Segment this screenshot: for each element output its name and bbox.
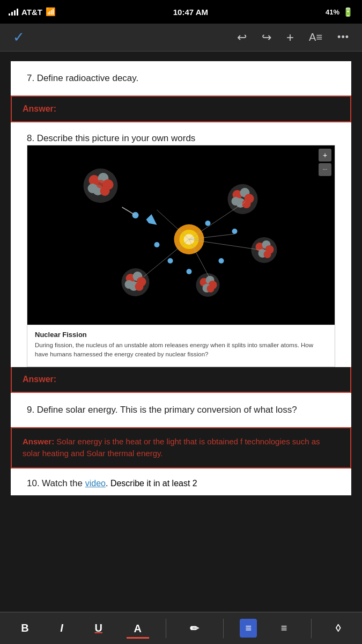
toolbar-divider-1 xyxy=(166,619,166,638)
answer-box-7[interactable]: Answer: xyxy=(11,96,351,122)
svg-point-41 xyxy=(154,242,160,247)
bar4 xyxy=(17,9,18,16)
underline-button[interactable]: U xyxy=(87,618,110,639)
svg-point-8 xyxy=(97,180,105,188)
answer-9-content: Solar energy is the heat or the light th… xyxy=(23,437,320,458)
undo-icon[interactable]: ↩ xyxy=(237,31,247,45)
q7-number: 7. xyxy=(27,73,34,83)
svg-point-7 xyxy=(88,184,98,193)
content-area: 7. Define radioactive decay. Answer: 8. … xyxy=(0,52,362,612)
toolbar-divider-3 xyxy=(311,619,312,638)
svg-point-39 xyxy=(135,282,144,291)
redo-icon[interactable]: ↪ xyxy=(262,31,271,45)
answer-9-filled[interactable]: Answer: Solar energy is the heat or the … xyxy=(11,427,351,469)
q10-text: Watch the xyxy=(42,478,85,488)
svg-point-40 xyxy=(125,280,134,289)
q10-number: 10. xyxy=(27,478,40,488)
eraser-button[interactable]: ◊ xyxy=(328,618,349,639)
svg-point-44 xyxy=(219,258,224,264)
check-icon[interactable]: ✓ xyxy=(13,29,25,46)
question-8-block: 8. Describe this picture in your own wor… xyxy=(11,122,351,145)
image-more-btn[interactable]: ··· xyxy=(319,163,331,176)
answer-8-label: Answer: xyxy=(23,375,56,384)
time-display: 10:47 AM xyxy=(173,8,208,17)
caption-title: Nuclear Fission xyxy=(35,331,327,339)
italic-button[interactable]: I xyxy=(53,618,71,639)
image-add-btn[interactable]: + xyxy=(319,149,331,162)
toolbar-left: ✓ xyxy=(13,29,25,46)
pencil-button[interactable]: ✏ xyxy=(182,618,206,639)
video-link[interactable]: video xyxy=(85,479,106,488)
list-button-2[interactable]: ≡ xyxy=(274,618,295,639)
signal-bars xyxy=(9,8,18,16)
battery-icon: 🔋 xyxy=(343,7,353,17)
svg-point-46 xyxy=(232,229,238,234)
bar2 xyxy=(11,12,13,16)
bottom-toolbar: B I U A ✏ ≡ ≡ ◊ xyxy=(0,612,362,644)
svg-point-21 xyxy=(232,197,240,206)
svg-point-33 xyxy=(207,285,215,292)
q8-number: 8. xyxy=(27,133,34,143)
more-icon[interactable]: ••• xyxy=(337,32,349,43)
carrier-label: AT&T xyxy=(21,8,42,17)
fission-image-container: + ··· xyxy=(11,145,351,368)
color-button[interactable]: A xyxy=(127,618,149,639)
status-left: AT&T 📶 xyxy=(9,7,56,17)
q9-number: 9. xyxy=(27,405,34,415)
status-right: 41% 🔋 xyxy=(326,7,353,17)
q7-text: Define radioactive decay. xyxy=(37,73,139,83)
font-icon[interactable]: A≡ xyxy=(309,31,322,43)
answer-9-prefix: Answer: xyxy=(23,437,56,446)
image-controls: + ··· xyxy=(319,149,331,176)
fission-image-box: + ··· xyxy=(27,145,335,368)
q9-text: Define solar energy. This is the primary… xyxy=(37,405,297,415)
battery-percent: 41% xyxy=(326,8,339,16)
bar3 xyxy=(14,10,16,16)
question-10-block: 10. Watch the video. Describe it in at l… xyxy=(11,469,351,495)
q8-text: Describe this picture in your own words xyxy=(37,133,196,143)
svg-point-42 xyxy=(168,258,173,264)
add-icon[interactable]: + xyxy=(286,30,294,45)
answer-box-8[interactable]: Answer: xyxy=(11,367,351,393)
toolbar: ✓ ↩ ↪ + A≡ ••• xyxy=(0,24,362,52)
question-9-block: 9. Define solar energy. This is the prim… xyxy=(11,393,351,427)
bold-button[interactable]: B xyxy=(13,618,36,639)
caption-text: During fission, the nucleus of an unstab… xyxy=(35,341,327,360)
svg-point-45 xyxy=(187,269,192,274)
list-button-1[interactable]: ≡ xyxy=(240,619,257,638)
svg-point-20 xyxy=(242,200,251,208)
svg-point-27 xyxy=(264,251,271,258)
toolbar-divider-2 xyxy=(223,619,224,638)
answer-7-label: Answer: xyxy=(23,104,56,113)
status-bar: AT&T 📶 10:47 AM 41% 🔋 xyxy=(0,0,362,24)
answer-9-text: Answer: Solar energy is the heat or the … xyxy=(23,437,320,458)
toolbar-right: ↩ ↪ + A≡ ••• xyxy=(237,30,349,45)
wifi-icon: 📶 xyxy=(46,7,56,17)
svg-point-43 xyxy=(205,221,211,226)
bar1 xyxy=(9,13,10,16)
q10-text-after: . Describe it in at least 2 xyxy=(106,479,197,488)
question-7-block: 7. Define radioactive decay. xyxy=(11,61,351,96)
fission-illustration xyxy=(27,145,335,325)
